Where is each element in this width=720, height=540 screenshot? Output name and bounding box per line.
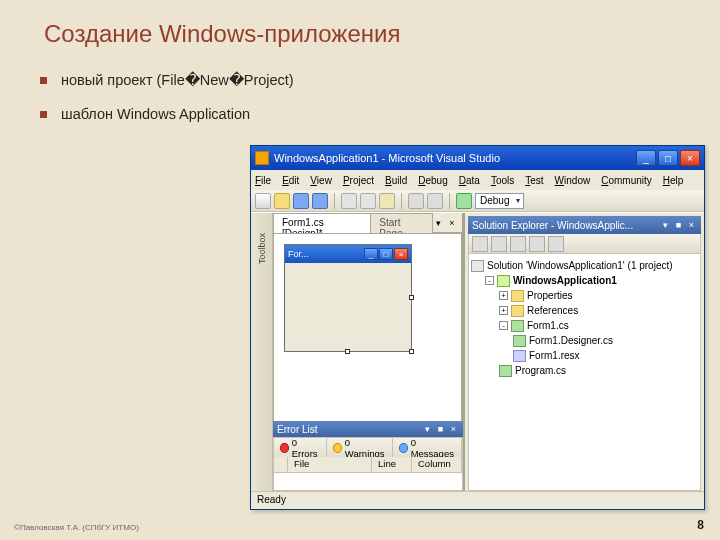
bullet-marker-icon (40, 77, 47, 84)
cut-icon[interactable] (341, 193, 357, 209)
tree-label: Form1.cs (527, 320, 569, 331)
designer-form[interactable]: For... _ □ × (284, 244, 412, 352)
warning-icon (333, 443, 342, 453)
resize-handle-icon[interactable] (409, 295, 414, 300)
class-view-icon[interactable] (548, 236, 564, 252)
app-icon (255, 151, 269, 165)
tree-program-node[interactable]: Program.cs (471, 363, 698, 378)
copy-icon[interactable] (360, 193, 376, 209)
messages-tab[interactable]: 0 Messages (393, 438, 462, 457)
maximize-button[interactable]: □ (658, 150, 678, 166)
col-line[interactable]: Line (372, 457, 412, 472)
undo-icon[interactable] (408, 193, 424, 209)
tree-project-node[interactable]: - WindowsApplication1 (471, 273, 698, 288)
col-file[interactable]: File (288, 457, 372, 472)
project-icon (497, 275, 510, 287)
tree-form-node[interactable]: - Form1.cs (471, 318, 698, 333)
menu-help[interactable]: Help (663, 175, 684, 186)
tab-close-icon[interactable]: × (446, 217, 458, 229)
menu-community[interactable]: Community (601, 175, 652, 186)
form-maximize-button[interactable]: □ (379, 248, 393, 260)
col-icon[interactable] (274, 457, 288, 472)
cs-file-icon (511, 320, 524, 332)
menu-window[interactable]: Window (555, 175, 591, 186)
tree-resx-node[interactable]: Form1.resx (471, 348, 698, 363)
error-list-body[interactable] (273, 473, 463, 491)
tree-references-node[interactable]: + References (471, 303, 698, 318)
menu-bar: File Edit View Project Build Debug Data … (251, 170, 704, 190)
form-close-button[interactable]: × (394, 248, 408, 260)
menu-debug[interactable]: Debug (418, 175, 447, 186)
menu-edit[interactable]: Edit (282, 175, 299, 186)
solution-icon (471, 260, 484, 272)
tab-form-designer[interactable]: Form1.cs [Design]* (273, 213, 371, 233)
error-icon (280, 443, 289, 453)
paste-icon[interactable] (379, 193, 395, 209)
status-bar: Ready (251, 491, 704, 509)
tree-solution-node[interactable]: Solution 'WindowsApplication1' (1 projec… (471, 258, 698, 273)
menu-test[interactable]: Test (525, 175, 543, 186)
tree-designer-node[interactable]: Form1.Designer.cs (471, 333, 698, 348)
warnings-tab[interactable]: 0 Warnings (327, 438, 393, 457)
slide-title: Создание Windows-приложения (44, 20, 400, 48)
error-columns: File Line Column (273, 457, 463, 473)
config-dropdown[interactable]: Debug (475, 193, 524, 209)
tree-expand-icon[interactable]: + (499, 306, 508, 315)
bullet-item: новый проект (File�New�Project) (40, 72, 294, 88)
tab-dropdown-icon[interactable]: ▾ (432, 217, 444, 229)
close-icon[interactable]: × (686, 220, 697, 231)
resx-file-icon (513, 350, 526, 362)
show-all-icon[interactable] (491, 236, 507, 252)
form-title: For... (288, 249, 363, 259)
pin-icon[interactable]: ■ (673, 220, 684, 231)
window-titlebar[interactable]: WindowsApplication1 - Microsoft Visual S… (251, 146, 704, 170)
form-titlebar[interactable]: For... _ □ × (285, 245, 411, 263)
panel-titlebar[interactable]: Error List ▾ ■ × (273, 421, 463, 437)
errors-tab[interactable]: 0 Errors (274, 438, 327, 457)
tree-collapse-icon[interactable]: - (485, 276, 494, 285)
menu-build[interactable]: Build (385, 175, 407, 186)
save-all-icon[interactable] (312, 193, 328, 209)
pin-icon[interactable]: ■ (435, 424, 446, 434)
bullet-text: шаблон Windows Application (61, 106, 250, 122)
tree-properties-node[interactable]: + Properties (471, 288, 698, 303)
redo-icon[interactable] (427, 193, 443, 209)
tree-label: Solution 'WindowsApplication1' (1 projec… (487, 260, 673, 271)
tab-start-page[interactable]: Start Page (370, 213, 433, 233)
panel-titlebar[interactable]: Solution Explorer - WindowsApplic... ▾ ■… (468, 216, 701, 234)
tree-label: Properties (527, 290, 573, 301)
tree-expand-icon[interactable]: + (499, 291, 508, 300)
menu-data[interactable]: Data (459, 175, 480, 186)
dropdown-icon[interactable]: ▾ (660, 220, 671, 231)
dropdown-icon[interactable]: ▾ (422, 424, 433, 434)
resize-handle-icon[interactable] (409, 349, 414, 354)
refresh-icon[interactable] (510, 236, 526, 252)
solution-tree[interactable]: Solution 'WindowsApplication1' (1 projec… (468, 254, 701, 491)
cs-file-icon (513, 335, 526, 347)
form-minimize-button[interactable]: _ (364, 248, 378, 260)
resize-handle-icon[interactable] (345, 349, 350, 354)
menu-file[interactable]: File (255, 175, 271, 186)
cs-file-icon (499, 365, 512, 377)
col-column[interactable]: Column (412, 457, 462, 472)
view-code-icon[interactable] (529, 236, 545, 252)
window-controls: _ □ × (636, 150, 700, 166)
menu-tools[interactable]: Tools (491, 175, 514, 186)
toolbar-separator (334, 193, 335, 209)
panel-title: Error List (277, 424, 420, 435)
save-icon[interactable] (293, 193, 309, 209)
properties-icon[interactable] (472, 236, 488, 252)
solution-explorer: Solution Explorer - WindowsApplic... ▾ ■… (465, 213, 704, 491)
menu-project[interactable]: Project (343, 175, 374, 186)
toolbox-tab[interactable]: Toolbox (257, 233, 267, 264)
close-button[interactable]: × (680, 150, 700, 166)
menu-view[interactable]: View (310, 175, 332, 186)
tree-label: Form1.Designer.cs (529, 335, 613, 346)
tree-collapse-icon[interactable]: - (499, 321, 508, 330)
start-debug-icon[interactable] (456, 193, 472, 209)
minimize-button[interactable]: _ (636, 150, 656, 166)
new-project-icon[interactable] (255, 193, 271, 209)
open-icon[interactable] (274, 193, 290, 209)
error-filter-tabs: 0 Errors 0 Warnings 0 Messages (273, 437, 463, 457)
close-icon[interactable]: × (448, 424, 459, 434)
